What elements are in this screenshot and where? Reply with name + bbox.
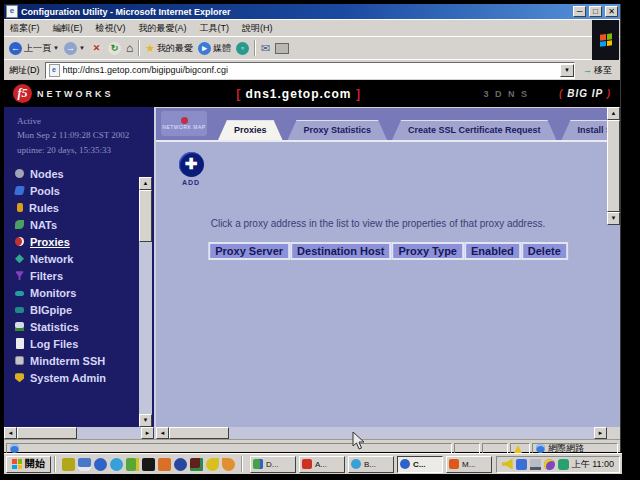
mail-button[interactable]: ✉ [261, 42, 270, 55]
sidebar-item-proxies[interactable]: Proxies [15, 233, 154, 250]
quick-launch-icon-9[interactable] [190, 458, 203, 471]
quick-launch-icon-10[interactable] [206, 458, 219, 471]
back-dropdown-icon[interactable]: ▼ [53, 45, 59, 51]
forward-dropdown-icon[interactable]: ▼ [79, 45, 85, 51]
quick-launch-bar [59, 458, 238, 471]
column-header-delete[interactable]: Delete [521, 242, 568, 260]
quick-launch-icon-4[interactable] [110, 458, 123, 471]
menu-file[interactable]: 檔案(F) [10, 22, 40, 35]
sidebar-item-mindterm-ssh[interactable]: Mindterm SSH [15, 352, 154, 369]
media-button[interactable]: ▸ 媒體 [198, 42, 231, 55]
sidebar-item-nats[interactable]: NATs [15, 216, 154, 233]
stop-button[interactable]: ✕ [90, 42, 103, 55]
sidebar-item-pools[interactable]: Pools [15, 182, 154, 199]
minimize-button[interactable]: ─ [573, 6, 586, 17]
scroll-right-icon[interactable]: ► [594, 427, 607, 439]
tab-proxies[interactable]: Proxies [218, 120, 283, 140]
main-vertical-scrollbar[interactable]: ▲ ▼ [607, 107, 620, 427]
quick-launch-icon-7[interactable] [158, 458, 171, 471]
menu-view[interactable]: 檢視(V) [96, 22, 126, 35]
close-button[interactable]: ✕ [605, 6, 618, 17]
sidebar-item-rules[interactable]: Rules [15, 199, 154, 216]
sidebar-item-filters[interactable]: Filters [15, 267, 154, 284]
quick-launch-icon-6[interactable] [142, 458, 155, 471]
menu-help[interactable]: 說明(H) [242, 22, 273, 35]
refresh-button[interactable]: ↻ [108, 42, 121, 55]
favorites-button[interactable]: ★ 我的最愛 [145, 42, 193, 55]
scrollbar-thumb[interactable] [169, 427, 229, 439]
sidebar-item-monitors[interactable]: Monitors [15, 284, 154, 301]
maximize-button[interactable]: □ [589, 6, 602, 17]
quick-launch-icon-11[interactable] [222, 458, 235, 471]
home-button[interactable]: ⌂ [126, 42, 133, 55]
tab-proxy-statistics[interactable]: Proxy Statistics [288, 120, 388, 140]
volume-icon[interactable] [502, 459, 513, 470]
hostname-banner: [ dns1.getop.com ] [114, 87, 484, 101]
scrollbar-track[interactable] [169, 427, 594, 439]
column-header-proxy-server[interactable]: Proxy Server [208, 242, 290, 260]
back-button[interactable]: ← 上一頁 ▼ [9, 42, 59, 55]
scroll-down-icon[interactable]: ▼ [607, 212, 620, 225]
scrollbar-thumb[interactable] [139, 190, 152, 242]
scrollbar-thumb[interactable] [17, 427, 77, 439]
column-header-destination-host[interactable]: Destination Host [290, 242, 391, 260]
main-horizontal-scrollbar[interactable]: ◄ ► [156, 427, 607, 439]
sidebar-item-nodes[interactable]: Nodes [15, 165, 154, 182]
bigpipe-icon [15, 307, 24, 313]
sidebar-horizontal-scrollbar[interactable]: ◄ ► [4, 427, 154, 439]
sidebar-item-log-files[interactable]: Log Files [15, 335, 154, 352]
forward-button[interactable]: → ▼ [64, 42, 85, 55]
menu-edit[interactable]: 編輯(E) [53, 22, 83, 35]
quick-launch-icon-8[interactable] [174, 458, 187, 471]
scrollbar-track[interactable] [139, 190, 152, 414]
tab-create-ssl-certificate-request[interactable]: Create SSL Certificate Request [392, 120, 556, 140]
sidebar-item-network[interactable]: Network [15, 250, 154, 267]
print-button[interactable] [275, 43, 289, 54]
address-label: 網址(D) [9, 64, 40, 77]
quick-launch-icon-5[interactable] [126, 458, 139, 471]
tray-icon-2[interactable] [516, 459, 527, 470]
network-map-button[interactable]: NETWORK MAP [161, 111, 207, 136]
add-proxy-button[interactable]: ✚ ADD [176, 152, 206, 186]
task-window-3[interactable]: B... [348, 456, 394, 473]
menu-favorites[interactable]: 我的最愛(A) [139, 22, 187, 35]
scrollbar-thumb[interactable] [607, 120, 620, 212]
scroll-down-icon[interactable]: ▼ [139, 414, 152, 427]
task-window-5[interactable]: M... [446, 456, 492, 473]
quick-launch-icon-1[interactable] [62, 458, 75, 471]
sidebar-item-system-admin[interactable]: System Admin [15, 369, 154, 386]
sidebar-vertical-scrollbar[interactable]: ▲ ▼ [139, 177, 152, 427]
task-window-configuration-utility[interactable]: C... [397, 456, 443, 473]
favorites-star-icon: ★ [145, 42, 155, 55]
internet-explorer-icon[interactable] [94, 458, 107, 471]
scroll-right-icon[interactable]: ► [141, 427, 154, 439]
network-tray-icon[interactable] [558, 459, 569, 470]
display-icon[interactable] [530, 459, 541, 470]
sidebar-item-label: Monitors [30, 287, 76, 299]
tray-icon-4[interactable] [544, 459, 555, 470]
show-desktop-icon[interactable] [78, 458, 91, 471]
sidebar-item-bigpipe[interactable]: BIGpipe [15, 301, 154, 318]
address-dropdown-button[interactable]: ▼ [560, 64, 574, 77]
task-window-2[interactable]: A... [299, 456, 345, 473]
scroll-up-icon[interactable]: ▲ [607, 107, 620, 120]
scroll-left-icon[interactable]: ◄ [156, 427, 169, 439]
menu-tools[interactable]: 工具(T) [200, 22, 230, 35]
address-field[interactable]: e http://dns1.getop.com/bigipgui/bigconf… [45, 62, 576, 79]
scrollbar-track[interactable] [607, 120, 620, 212]
column-header-proxy-type[interactable]: Proxy Type [391, 242, 464, 260]
scrollbar-track[interactable] [17, 427, 141, 439]
nats-icon [15, 220, 24, 229]
sidebar-item-statistics[interactable]: Statistics [15, 318, 154, 335]
menu-bar: 檔案(F) 編輯(E) 檢視(V) 我的最愛(A) 工具(T) 說明(H) [4, 19, 620, 36]
scroll-up-icon[interactable]: ▲ [139, 177, 152, 190]
sidebar-item-label: BIGpipe [30, 304, 72, 316]
history-button[interactable]: ◦ [236, 42, 249, 55]
task-window-label: C... [413, 460, 425, 469]
scroll-left-icon[interactable]: ◄ [4, 427, 17, 439]
start-button[interactable]: 開始 [6, 456, 51, 473]
task-window-1[interactable]: D... [250, 456, 296, 473]
address-url[interactable]: http://dns1.getop.com/bigipgui/bigconf.c… [63, 65, 558, 75]
go-button[interactable]: → 移至 [580, 64, 615, 77]
column-header-enabled[interactable]: Enabled [464, 242, 521, 260]
